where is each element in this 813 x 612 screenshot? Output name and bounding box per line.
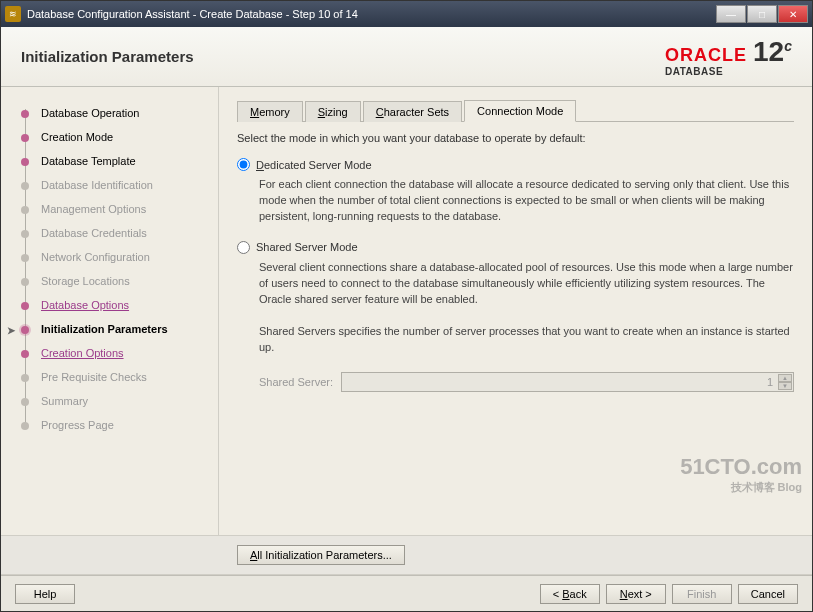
tab-haracter-sets[interactable]: Character Sets: [363, 101, 462, 122]
sidebar-step-4: Management Options: [21, 197, 210, 221]
next-button[interactable]: Next >: [606, 584, 666, 604]
back-button[interactable]: < Back: [540, 584, 600, 604]
sidebar: Database OperationCreation ModeDatabase …: [1, 87, 219, 535]
dedicated-radio-input[interactable]: [237, 158, 250, 171]
spinner-down[interactable]: ▼: [778, 382, 792, 390]
minimize-button[interactable]: —: [716, 5, 746, 23]
java-icon: ≋: [5, 6, 21, 22]
shared-mode-desc1: Several client connections share a datab…: [259, 260, 794, 308]
sidebar-step-5: Database Credentials: [21, 221, 210, 245]
sidebar-step-2: Database Template: [21, 149, 210, 173]
shared-server-spinner: 1 ▲ ▼: [341, 372, 794, 392]
all-init-params-button[interactable]: All Initialization Parameters...: [237, 545, 405, 565]
window-title: Database Configuration Assistant - Creat…: [27, 8, 716, 20]
oracle-logo: ORACLE DATABASE 12c: [665, 36, 792, 77]
titlebar: ≋ Database Configuration Assistant - Cre…: [1, 1, 812, 27]
shared-server-label: Shared Server:: [259, 376, 333, 388]
close-button[interactable]: ✕: [778, 5, 808, 23]
instruction-text: Select the mode in which you want your d…: [237, 132, 794, 144]
sidebar-step-10[interactable]: Creation Options: [21, 341, 210, 365]
shared-mode-desc2: Shared Servers specifies the number of s…: [259, 324, 794, 356]
maximize-button[interactable]: □: [747, 5, 777, 23]
sidebar-step-0: Database Operation: [21, 101, 210, 125]
sidebar-step-1: Creation Mode: [21, 125, 210, 149]
header: Initialization Parameters ORACLE DATABAS…: [1, 27, 812, 87]
tab-emory[interactable]: Memory: [237, 101, 303, 122]
sidebar-step-3: Database Identification: [21, 173, 210, 197]
dedicated-mode-radio[interactable]: Dedicated Server Mode: [237, 158, 794, 171]
watermark: 51CTO.com技术博客 Blog: [680, 454, 802, 495]
help-button[interactable]: Help: [15, 584, 75, 604]
tab-connection-mode[interactable]: Connection Mode: [464, 100, 576, 122]
finish-button: Finish: [672, 584, 732, 604]
sidebar-step-12: Summary: [21, 389, 210, 413]
sidebar-step-13: Progress Page: [21, 413, 210, 437]
sidebar-step-6: Network Configuration: [21, 245, 210, 269]
sidebar-step-8[interactable]: Database Options: [21, 293, 210, 317]
sidebar-step-9[interactable]: ➤Initialization Parameters: [21, 317, 210, 341]
content-pane: MemorySizingCharacter SetsConnection Mod…: [219, 87, 812, 535]
cancel-button[interactable]: Cancel: [738, 584, 798, 604]
page-title: Initialization Parameters: [21, 48, 194, 65]
shared-radio-input[interactable]: [237, 241, 250, 254]
footer-bar: Help < Back Next > Finish Cancel: [1, 575, 812, 611]
sidebar-step-7: Storage Locations: [21, 269, 210, 293]
tab-izing[interactable]: Sizing: [305, 101, 361, 122]
shared-mode-radio[interactable]: Shared Server Mode: [237, 241, 794, 254]
dedicated-mode-desc: For each client connection the database …: [259, 177, 794, 225]
tab-bar: MemorySizingCharacter SetsConnection Mod…: [237, 99, 794, 122]
spinner-up[interactable]: ▲: [778, 374, 792, 382]
sidebar-step-11: Pre Requisite Checks: [21, 365, 210, 389]
